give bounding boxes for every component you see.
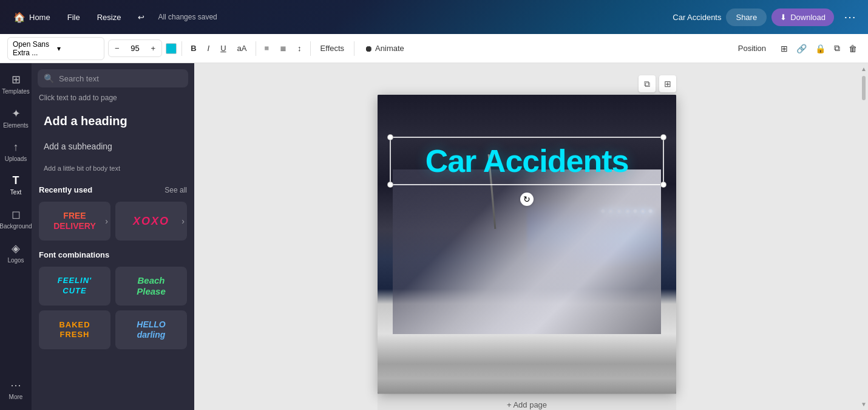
scroll-thumb[interactable] [862, 76, 866, 100]
font-size-increase-button[interactable]: + [147, 41, 160, 55]
next-icon: › [105, 216, 108, 226]
toolbar-separator-3 [310, 41, 311, 56]
resize-label: Resize [97, 13, 121, 22]
toolbar-separator-1 [181, 41, 182, 56]
recently-used-grid: FREEDELIVERY › XOXO › [32, 198, 194, 244]
more-icon: ⋯ [10, 378, 21, 392]
font-size-decrease-button[interactable]: − [111, 41, 123, 55]
link-button[interactable]: 🔗 [793, 41, 810, 56]
more-label: More [9, 394, 23, 400]
elements-icon: ✦ [12, 107, 21, 120]
font-size-control: − + [108, 39, 162, 57]
align-button[interactable]: ≡ [261, 41, 273, 55]
file-button[interactable]: File [61, 9, 86, 26]
sidebar-item-templates[interactable]: ⊞ Templates [1, 68, 30, 100]
italic-button[interactable]: I [204, 41, 214, 55]
toolbar: Open Sans Extra ... ▾ − + B I U aA ≡ ≣ ↕… [0, 34, 868, 63]
home-label: Home [29, 13, 50, 22]
main-area: ⊞ Templates ✦ Elements ↑ Uploads T Text … [0, 63, 868, 410]
scroll-down-arrow[interactable]: ▼ [860, 400, 868, 409]
selection-handle-tl[interactable] [387, 134, 393, 140]
file-label: File [67, 13, 80, 22]
selection-handle-bl[interactable] [387, 182, 393, 188]
templates-label: Templates [2, 88, 30, 95]
undo-icon: ↩ [138, 13, 144, 22]
uppercase-button[interactable]: aA [234, 41, 251, 55]
add-page-bar[interactable]: + Add page [378, 394, 676, 410]
download-button[interactable]: ⬇ Download [771, 9, 834, 26]
subheading-label: Add a subheading [44, 142, 182, 151]
bold-button[interactable]: B [187, 41, 200, 55]
right-scrollbar: ▲ ▼ [860, 63, 868, 410]
add-heading-option[interactable]: Add a heading [36, 108, 189, 134]
font-card-beach-please[interactable]: BeachPlease [115, 267, 187, 306]
scroll-up-arrow[interactable]: ▲ [860, 64, 868, 73]
font-card-free-delivery[interactable]: FREEDELIVERY › [39, 202, 110, 241]
uploads-label: Uploads [5, 155, 27, 162]
add-body-option[interactable]: Add a little bit of body text [36, 159, 189, 178]
search-bar: 🔍 [38, 69, 188, 87]
underline-button[interactable]: U [217, 41, 229, 55]
share-button[interactable]: Share [726, 9, 767, 26]
font-selector[interactable]: Open Sans Extra ... ▾ [7, 37, 104, 60]
see-all-button[interactable]: See all [164, 186, 187, 194]
animate-button[interactable]: ⏺ Animate [359, 41, 409, 56]
elements-label: Elements [3, 122, 29, 129]
effects-button[interactable]: Effects [316, 41, 350, 55]
sidebar-item-elements[interactable]: ✦ Elements [1, 102, 30, 134]
text-label: Text [10, 189, 21, 196]
topbar: 🏠 Home File Resize ↩ All changes saved C… [0, 0, 868, 34]
chevron-down-icon: ▾ [57, 44, 99, 53]
font-card-xoxo[interactable]: XOXO › [115, 202, 187, 241]
grid-view-button[interactable]: ⊞ [777, 41, 792, 56]
search-input[interactable] [59, 74, 182, 83]
canvas-duplicate-button[interactable]: ⧉ [639, 75, 656, 92]
rotate-handle[interactable]: ↻ [520, 193, 534, 206]
font-combos-title: Font combinations [39, 250, 109, 259]
canvas-frame[interactable]: Car Accidents ↻ [378, 95, 676, 394]
more-options-button[interactable]: ⋯ [839, 7, 861, 27]
copy-button[interactable]: ⧉ [830, 41, 844, 56]
text-icon: T [13, 174, 19, 187]
undo-button[interactable]: ↩ [132, 9, 151, 26]
saved-status: All changes saved [158, 13, 217, 21]
delete-button[interactable]: 🗑 [845, 41, 861, 56]
sidebar-item-logos[interactable]: ◈ Logos [1, 237, 30, 268]
sidebar-item-background[interactable]: ◻ Background [1, 203, 30, 234]
recently-used-section-header: Recently used See all [32, 179, 194, 198]
line-spacing-button[interactable]: ↕ [294, 41, 305, 55]
effects-label: Effects [320, 44, 345, 53]
lock-button[interactable]: 🔒 [812, 41, 829, 56]
canvas-title: Car Accidents [391, 138, 663, 184]
list-button[interactable]: ≣ [276, 41, 290, 55]
sidebar-item-more[interactable]: ⋯ More [1, 374, 30, 405]
toolbar-separator-4 [354, 41, 354, 56]
animate-label: Animate [375, 44, 404, 53]
toolbar-separator-2 [256, 41, 256, 56]
font-card-feelin-cute[interactable]: FEELIN'CUTE [39, 267, 110, 306]
font-card-hello-darling[interactable]: HELLOdarling [115, 310, 187, 349]
sidebar-item-uploads[interactable]: ↑ Uploads [1, 136, 30, 167]
resize-button[interactable]: Resize [91, 9, 127, 26]
baked-fresh-text: BAKEDFRESH [59, 320, 90, 339]
canvas-expand-button[interactable]: ⊞ [659, 75, 676, 92]
text-selection-box[interactable]: Car Accidents ↻ [390, 137, 665, 185]
canvas-top-icons: ⧉ ⊞ [378, 75, 676, 92]
font-size-input[interactable] [124, 44, 146, 53]
font-card-baked-fresh[interactable]: BAKEDFRESH [39, 310, 110, 349]
home-icon: 🏠 [13, 12, 25, 23]
sidebar-item-text[interactable]: T Text [1, 169, 30, 200]
position-button[interactable]: Position [733, 41, 771, 55]
click-text-hint: Click text to add to page [32, 91, 194, 107]
download-icon: ⬇ [780, 13, 787, 22]
templates-icon: ⊞ [12, 73, 21, 86]
toolbar-icon-group: ⊞ 🔗 🔒 ⧉ 🗑 [777, 41, 861, 56]
canvas-area: ⧉ ⊞ [194, 63, 860, 410]
font-combos-section-header: Font combinations [32, 244, 194, 263]
home-button[interactable]: 🏠 Home [7, 8, 56, 27]
logos-icon: ◈ [12, 242, 20, 255]
text-color-swatch[interactable] [166, 43, 177, 54]
hello-darling-text: HELLOdarling [137, 319, 165, 340]
background-label: Background [0, 223, 32, 230]
add-subheading-option[interactable]: Add a subheading [36, 135, 189, 157]
